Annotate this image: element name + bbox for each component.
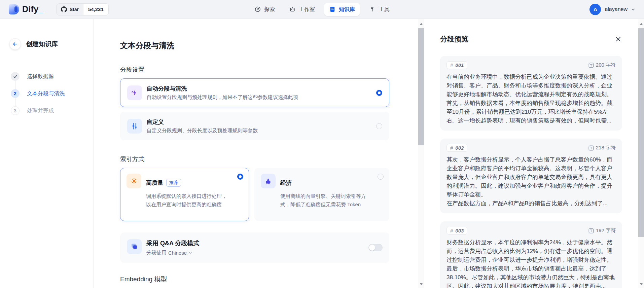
robot-icon [289,6,296,13]
segment-card-001[interactable]: #001 200 字符 在当前的业务环境中，数据分析已成为企业决策的重要依据。通… [440,56,622,131]
segment-text: 其次，客户数据分析显示，个人客户占据了总客户数量的60%，而企业客户和政府客户的… [446,155,616,208]
main-content: 文本分段与清洗 分段设置 自动分段与清洗 自动设置分段规则与预处理规则，如果不了… [94,19,418,288]
sidebar-header: 创建知识库 [9,38,93,50]
github-star-label: Star [70,7,79,12]
dify-wordmark: Dify_ [22,4,43,14]
step-connector [15,81,15,89]
main-title: 文本分段与清洗 [120,40,389,51]
scrollbar-thumb[interactable] [418,28,424,145]
embedding-section-label: Embedding 模型 [120,275,389,284]
scrollbar-thumb[interactable] [638,28,644,237]
account-menu[interactable]: A alayanew [589,4,635,15]
char-count-icon [588,228,594,233]
lightning-icon [127,85,142,100]
check-icon [11,72,20,81]
option-title: 自动分段与清洗 [147,85,371,93]
github-star-count: 54,231 [83,4,108,15]
char-count-icon [588,145,594,151]
preview-scrollbar[interactable] [638,19,644,288]
option-auto-segmentation[interactable]: 自动分段与清洗 自动设置分段规则与预处理规则，如果不了解这些参数建议选择此项 [120,78,389,107]
tools-icon [369,6,376,13]
qa-language-row: 分段使用 Chinese [146,250,364,256]
step-number: 2 [11,89,20,98]
nav-item-label: 工具 [379,6,390,13]
segment-preview-panel: 分段预览 #001 200 字符 在当前的业务环境中，数据分析已成为企业决策的重… [424,19,638,288]
github-star-widget[interactable]: Star 54,231 [56,3,109,15]
radio-auto-selected[interactable] [376,90,382,96]
top-bar: Dify_ Star 54,231 探索 工作室 [0,0,644,19]
nav-item-knowledge[interactable]: 知识库 [324,3,360,16]
segment-id-badge: #001 [446,61,467,69]
segment-card-002[interactable]: #002 218 字符 其次，客户数据分析显示，个人客户占据了总客户数量的60%… [440,139,622,213]
piggy-bank-icon [261,174,276,188]
nav-item-label: 工作室 [299,6,315,13]
step-label: 处理并完成 [27,107,54,114]
nav-item-tools[interactable]: 工具 [364,3,395,16]
option-title: 自定义 [147,118,371,126]
step-label: 文本分段与清洗 [27,90,65,97]
step-connector [15,98,15,106]
segment-id-badge: #003 [446,227,467,235]
segment-char-count: 192 字符 [588,227,616,234]
avatar: A [589,4,601,15]
scroll-up-arrow[interactable] [638,21,644,27]
step-label: 选择数据源 [27,73,54,80]
sparkle-sun-icon [127,174,141,188]
nav-item-label: 探索 [264,6,275,13]
book-icon [329,6,336,13]
segment-text: 在当前的业务环境中，数据分析已成为企业决策的重要依据。通过对销售、客户、产品、财… [446,73,616,125]
indexing-options: 高质量 推荐 调用系统默认的嵌入接口进行处理， 以在用户查询时提供更高的准确度 … [120,168,389,221]
preview-header: 分段预览 [440,34,622,44]
main-scrollbar[interactable] [418,19,424,288]
username: alayanew [605,6,628,12]
step-process-complete: 3 处理并完成 [11,106,93,115]
option-title: 高质量 [146,179,163,187]
segment-text: 财务数据分析显示，本年度的净利润率为24%，处于健康水平。然而，运营费用占总收入… [446,238,616,288]
step-number: 3 [11,106,20,115]
segment-id-badge: #002 [446,144,467,152]
segment-char-count: 218 字符 [588,145,616,151]
option-desc: 自定义分段规则、分段长度以及预处理规则等参数 [147,128,371,134]
github-icon [61,6,67,12]
chevron-down-icon [631,7,635,11]
option-high-quality[interactable]: 高质量 推荐 调用系统默认的嵌入接口进行处理， 以在用户查询时提供更高的准确度 [120,168,249,221]
dify-logo-icon [9,4,19,14]
option-desc: 调用系统默认的嵌入接口进行处理， 以在用户查询时提供更高的准确度 [146,192,243,209]
qa-mode-toggle-off[interactable] [368,244,383,251]
preview-title: 分段预览 [440,34,468,44]
sidebar: 创建知识库 选择数据源 2 文本分段与清洗 3 处理并完成 [0,19,94,288]
segment-char-count: 200 字符 [588,62,616,68]
radio-economy-unselected[interactable] [378,174,384,180]
indexing-section-label: 索引方式 [120,155,389,163]
nav-item-explore[interactable]: 探索 [249,3,280,16]
step-choose-datasource: 选择数据源 [11,72,93,81]
back-button[interactable] [9,38,21,50]
option-desc: 自动设置分段规则与预处理规则，如果不了解这些参数建议选择此项 [147,94,371,101]
qa-language-select[interactable]: Chinese [168,250,187,256]
option-desc: 使用离线的向量引擎、关键词索引等方 式，降低了准确度但无需花费 Token [280,192,383,209]
radio-high-quality-selected[interactable] [237,174,243,180]
page-title: 创建知识库 [26,40,58,48]
compass-icon [254,6,261,13]
app-window: Dify_ Star 54,231 探索 工作室 [0,0,644,288]
radio-custom-unselected[interactable] [376,123,382,129]
scroll-down-arrow[interactable] [638,281,644,287]
recommended-badge: 推荐 [166,179,181,187]
qa-mode-card: 采用 Q&A 分段模式 分段使用 Chinese [120,232,389,263]
wizard-steps: 选择数据源 2 文本分段与清洗 3 处理并完成 [11,72,93,115]
segment-card-003[interactable]: #003 192 字符 财务数据分析显示，本年度的净利润率为24%，处于健康水平… [440,221,622,288]
qa-subtitle: 分段使用 [146,250,167,256]
segmentation-section-label: 分段设置 [120,66,389,74]
option-custom-segmentation[interactable]: 自定义 自定义分段规则、分段长度以及预处理规则等参数 [120,112,389,140]
step-text-segmentation: 2 文本分段与清洗 [11,89,93,98]
qa-mode-title: 采用 Q&A 分段模式 [146,239,364,247]
nav-item-studio[interactable]: 工作室 [284,3,320,16]
char-count-icon [588,63,594,68]
chat-bubbles-icon [127,239,142,254]
option-economy[interactable]: 经济 使用离线的向量引擎、关键词索引等方 式，降低了准确度但无需花费 Token [254,168,389,221]
scroll-down-arrow[interactable] [418,281,424,287]
dify-logo[interactable]: Dify_ [9,4,43,14]
scroll-up-arrow[interactable] [418,21,424,27]
sliders-icon [127,119,142,134]
close-icon[interactable] [614,35,622,43]
